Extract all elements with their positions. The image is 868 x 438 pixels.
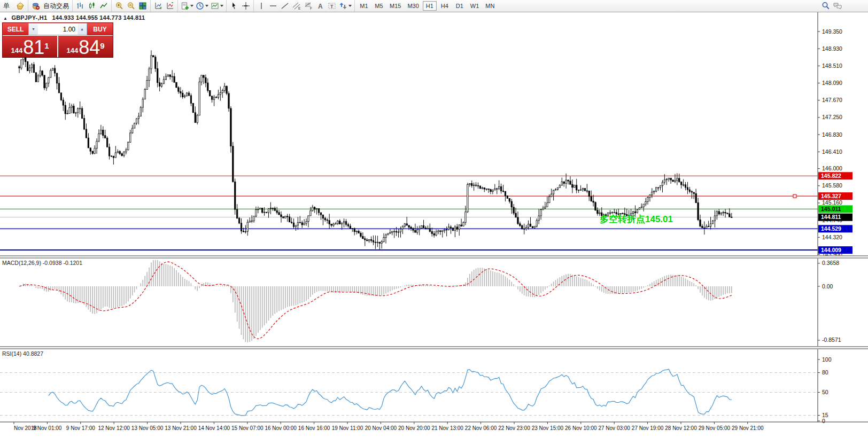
tile-windows-icon[interactable] [137, 1, 149, 11]
svg-text:50: 50 [822, 389, 828, 395]
svg-text:147.670: 147.670 [822, 97, 842, 103]
timeframe-h4[interactable]: H4 [438, 1, 452, 11]
autotrading-icon[interactable] [30, 1, 42, 11]
svg-text:14 Nov 14:00: 14 Nov 14:00 [198, 425, 230, 431]
timeframe-m1[interactable]: M1 [357, 1, 371, 11]
fibonacci-icon[interactable]: F [303, 1, 314, 11]
label-icon[interactable]: T [326, 1, 338, 11]
channel-icon[interactable]: E [291, 1, 303, 11]
svg-text:9 Nov 17:00: 9 Nov 17:00 [66, 425, 95, 431]
svg-text:22 Nov 23:00: 22 Nov 23:00 [498, 425, 530, 431]
svg-text:144.529: 144.529 [821, 225, 841, 232]
svg-text:12 Nov 12:00: 12 Nov 12:00 [98, 425, 130, 431]
pane-resize-handle[interactable] [0, 346, 868, 349]
svg-text:-0.8571: -0.8571 [822, 337, 841, 343]
quote-ohlc: 144.933 144.955 144.773 144.811 [52, 14, 145, 21]
one-click-trading-panel: SELL ▼ ▲ BUY 144811 144849 [2, 22, 113, 58]
timeframe-mn[interactable]: MN [483, 1, 497, 11]
zoom-in-icon[interactable] [113, 1, 125, 11]
price-axis[interactable]: 149.350148.930148.510148.090147.670147.2… [818, 12, 868, 424]
svg-text:A: A [318, 3, 323, 10]
svg-text:22 Nov 06:00: 22 Nov 06:00 [465, 425, 497, 431]
new-order-icon[interactable] [14, 1, 26, 11]
buy-button[interactable]: BUY [87, 23, 113, 35]
svg-text:E: E [298, 6, 301, 10]
svg-text:145.327: 145.327 [821, 193, 841, 199]
svg-text:19 Nov 11:00: 19 Nov 11:00 [332, 425, 363, 431]
svg-text:15 Nov 07:00: 15 Nov 07:00 [231, 425, 264, 431]
sell-button[interactable]: SELL [3, 23, 28, 35]
svg-text:146.830: 146.830 [822, 131, 842, 138]
svg-text:20 Nov 04:00: 20 Nov 04:00 [365, 425, 397, 431]
svg-text:29 Nov 21:00: 29 Nov 21:00 [732, 425, 764, 431]
autotrading-label[interactable]: 自动交易 [42, 2, 71, 11]
candlestick-icon[interactable] [86, 1, 98, 11]
svg-text:100: 100 [822, 356, 832, 363]
sell-price-display[interactable]: 144811 [3, 36, 57, 57]
svg-text:20 Nov 20:00: 20 Nov 20:00 [398, 425, 430, 431]
text-icon[interactable]: A [314, 1, 326, 11]
clock-icon[interactable] [195, 1, 210, 11]
svg-text:145.011: 145.011 [821, 206, 841, 212]
indicator-window-alt-icon[interactable] [164, 1, 176, 11]
line-chart-icon[interactable] [98, 1, 110, 11]
svg-text:13 Nov 21:00: 13 Nov 21:00 [165, 425, 197, 431]
svg-text:16 Nov 16:00: 16 Nov 16:00 [298, 425, 330, 431]
svg-text:145.822: 145.822 [821, 173, 841, 179]
pane-resize-handle[interactable] [0, 255, 868, 259]
svg-text:0.00: 0.00 [822, 283, 833, 290]
svg-text:9 Nov 01:00: 9 Nov 01:00 [33, 425, 61, 431]
add-indicator-icon[interactable] [180, 1, 195, 11]
volume-decrease-button[interactable]: ▼ [29, 24, 38, 35]
indicator-window-icon[interactable] [152, 1, 164, 11]
chart-annotation-text: 多空转折点145.01 [600, 213, 673, 225]
svg-text:145.160: 145.160 [822, 199, 842, 206]
timeframe-m30[interactable]: M30 [405, 1, 421, 11]
vertical-line-icon[interactable] [255, 1, 267, 11]
svg-text:0: 0 [822, 418, 825, 424]
svg-text:148.510: 148.510 [822, 62, 842, 69]
svg-text:27 Nov 19:00: 27 Nov 19:00 [632, 425, 664, 431]
zoom-out-icon[interactable] [125, 1, 137, 11]
new-order-label[interactable]: 单 [2, 2, 11, 11]
svg-text:29 Nov 05:00: 29 Nov 05:00 [699, 425, 731, 431]
timeframe-d1[interactable]: D1 [453, 1, 467, 11]
svg-text:149.350: 149.350 [822, 28, 842, 35]
svg-text:145.580: 145.580 [822, 182, 842, 189]
main-toolbar: 单 自动交易EFAT M1M5M15M30H1H4D1W1MN [0, 0, 868, 12]
cursor-icon[interactable] [228, 1, 240, 11]
svg-text:0.3658: 0.3658 [822, 260, 839, 266]
svg-text:21 Nov 13:00: 21 Nov 13:00 [431, 425, 463, 431]
svg-text:13 Nov 05:00: 13 Nov 05:00 [131, 425, 164, 431]
chart-canvas[interactable]: 149.350148.930148.510148.090147.670147.2… [0, 0, 868, 438]
buy-price-display[interactable]: 144849 [58, 36, 113, 57]
timeframe-m5[interactable]: M5 [372, 1, 386, 11]
crosshair-icon[interactable] [240, 1, 252, 11]
volume-input[interactable] [38, 24, 78, 35]
svg-text:148.090: 148.090 [822, 80, 842, 86]
svg-text:80: 80 [822, 369, 828, 376]
volume-control: ▼ ▲ [28, 23, 87, 35]
volume-increase-button[interactable]: ▲ [78, 24, 87, 35]
svg-text:146.410: 146.410 [822, 148, 842, 155]
svg-text:144.320: 144.320 [822, 234, 842, 240]
search-icon[interactable] [820, 1, 832, 11]
trendline-icon[interactable] [279, 1, 291, 11]
svg-text:26 Nov 10:00: 26 Nov 10:00 [565, 425, 597, 431]
svg-text:148.930: 148.930 [822, 45, 842, 52]
svg-text:144.009: 144.009 [821, 247, 841, 253]
rsi-indicator-label: RSI(14) 40.8827 [2, 350, 43, 357]
timeframe-w1[interactable]: W1 [468, 1, 482, 11]
chat-icon[interactable] [832, 1, 843, 11]
shapes-icon[interactable] [338, 1, 353, 11]
bar-chart-icon[interactable] [74, 1, 86, 11]
collapse-panel-icon[interactable]: ▲ [3, 16, 7, 21]
timeframe-m15[interactable]: M15 [387, 1, 404, 11]
symbol-title: GBPJPY-,H1 [11, 14, 47, 21]
timeframe-h1[interactable]: H1 [423, 1, 437, 11]
svg-text:144.811: 144.811 [821, 214, 841, 220]
horizontal-line-icon[interactable] [267, 1, 279, 11]
template-icon[interactable] [210, 1, 224, 11]
quote-bar: ▲ GBPJPY-,H1 144.933 144.955 144.773 144… [3, 14, 145, 21]
svg-text:23 Nov 15:00: 23 Nov 15:00 [532, 425, 564, 431]
